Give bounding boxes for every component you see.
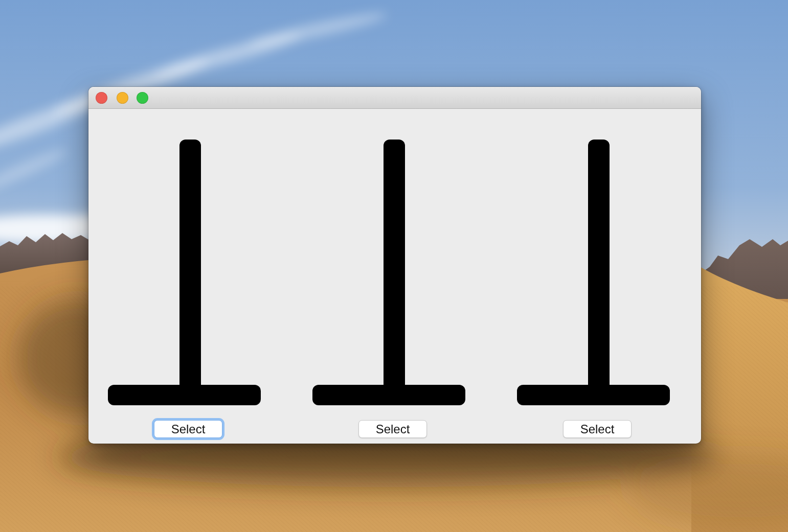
select-button-tower-3[interactable]: Select bbox=[563, 420, 632, 438]
zoom-button[interactable] bbox=[137, 92, 148, 104]
window-titlebar[interactable] bbox=[88, 87, 701, 109]
tower-1-base bbox=[108, 385, 261, 405]
app-window: Select Select Select bbox=[88, 87, 701, 444]
minimize-button[interactable] bbox=[117, 92, 128, 104]
select-button-tower-1[interactable]: Select bbox=[154, 420, 222, 438]
tower-3-base bbox=[517, 385, 670, 405]
select-button-tower-2[interactable]: Select bbox=[358, 420, 427, 438]
desktop: Select Select Select bbox=[0, 0, 788, 532]
tower-2-base bbox=[312, 385, 465, 405]
tower-3-pole bbox=[588, 140, 610, 392]
tower-1-pole bbox=[179, 140, 201, 392]
tower-2-pole bbox=[384, 140, 405, 392]
close-button[interactable] bbox=[96, 92, 107, 104]
